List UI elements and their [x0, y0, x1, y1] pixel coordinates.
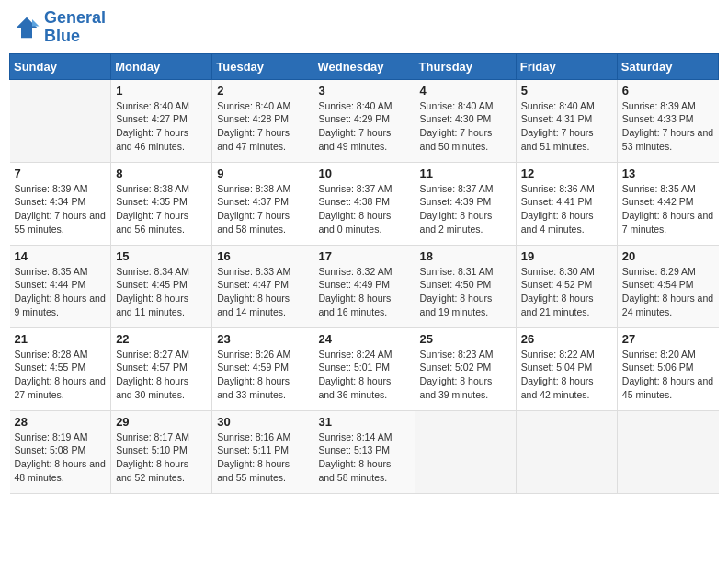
day-info: Sunrise: 8:38 AMSunset: 4:37 PMDaylight:… [217, 182, 308, 236]
logo: General Blue [13, 9, 106, 46]
day-number: 14 [15, 249, 107, 263]
day-info: Sunrise: 8:35 AMSunset: 4:42 PMDaylight:… [622, 182, 714, 236]
day-number: 15 [116, 249, 207, 263]
day-number: 5 [521, 84, 612, 98]
calendar-cell: 28Sunrise: 8:19 AMSunset: 5:08 PMDayligh… [10, 410, 111, 493]
day-header-wednesday: Wednesday [313, 53, 415, 79]
calendar-cell: 26Sunrise: 8:22 AMSunset: 5:04 PMDayligh… [516, 327, 617, 410]
day-header-sunday: Sunday [10, 53, 111, 79]
calendar-cell: 16Sunrise: 8:33 AMSunset: 4:47 PMDayligh… [212, 245, 313, 327]
calendar-cell: 30Sunrise: 8:16 AMSunset: 5:11 PMDayligh… [212, 410, 313, 493]
day-header-saturday: Saturday [617, 53, 718, 79]
calendar-cell: 15Sunrise: 8:34 AMSunset: 4:45 PMDayligh… [111, 245, 212, 327]
day-info: Sunrise: 8:40 AMSunset: 4:29 PMDaylight:… [318, 99, 409, 154]
day-info: Sunrise: 8:38 AMSunset: 4:35 PMDaylight:… [116, 182, 207, 236]
day-info: Sunrise: 8:27 AMSunset: 4:57 PMDaylight:… [116, 348, 207, 402]
calendar-cell: 5Sunrise: 8:40 AMSunset: 4:31 PMDaylight… [516, 79, 617, 162]
day-number: 21 [15, 332, 107, 346]
day-number: 30 [217, 415, 308, 429]
days-header-row: SundayMondayTuesdayWednesdayThursdayFrid… [10, 53, 719, 79]
week-row-3: 14Sunrise: 8:35 AMSunset: 4:44 PMDayligh… [10, 245, 719, 327]
day-number: 3 [318, 84, 409, 98]
day-info: Sunrise: 8:40 AMSunset: 4:30 PMDaylight:… [420, 99, 511, 154]
calendar-cell: 13Sunrise: 8:35 AMSunset: 4:42 PMDayligh… [617, 162, 718, 245]
day-header-monday: Monday [111, 53, 212, 79]
day-number: 27 [622, 332, 714, 346]
calendar-table: SundayMondayTuesdayWednesdayThursdayFrid… [9, 53, 719, 494]
calendar-cell: 1Sunrise: 8:40 AMSunset: 4:27 PMDaylight… [111, 79, 212, 162]
page-header: General Blue [9, 9, 719, 46]
day-number: 13 [622, 167, 714, 180]
calendar-cell: 10Sunrise: 8:37 AMSunset: 4:38 PMDayligh… [313, 162, 415, 245]
day-number: 9 [217, 167, 308, 180]
day-number: 17 [318, 249, 409, 263]
day-number: 29 [116, 415, 207, 429]
day-number: 18 [420, 249, 511, 263]
svg-marker-1 [32, 19, 40, 27]
logo-icon [13, 14, 40, 41]
calendar-cell [415, 410, 516, 493]
day-number: 12 [521, 167, 612, 180]
day-number: 6 [622, 84, 714, 98]
calendar-cell: 9Sunrise: 8:38 AMSunset: 4:37 PMDaylight… [212, 162, 313, 245]
calendar-cell: 22Sunrise: 8:27 AMSunset: 4:57 PMDayligh… [111, 327, 212, 410]
day-info: Sunrise: 8:31 AMSunset: 4:50 PMDaylight:… [420, 265, 511, 319]
calendar-cell: 6Sunrise: 8:39 AMSunset: 4:33 PMDaylight… [617, 79, 718, 162]
day-number: 28 [15, 415, 107, 429]
day-info: Sunrise: 8:33 AMSunset: 4:47 PMDaylight:… [217, 265, 308, 319]
day-number: 16 [217, 249, 308, 263]
day-info: Sunrise: 8:28 AMSunset: 4:55 PMDaylight:… [15, 348, 107, 402]
svg-marker-0 [17, 17, 38, 39]
calendar-cell: 8Sunrise: 8:38 AMSunset: 4:35 PMDaylight… [111, 162, 212, 245]
calendar-cell: 7Sunrise: 8:39 AMSunset: 4:34 PMDaylight… [10, 162, 111, 245]
calendar-cell: 27Sunrise: 8:20 AMSunset: 5:06 PMDayligh… [617, 327, 718, 410]
day-number: 22 [116, 332, 207, 346]
calendar-cell: 12Sunrise: 8:36 AMSunset: 4:41 PMDayligh… [516, 162, 617, 245]
day-number: 31 [318, 415, 409, 429]
calendar-cell: 18Sunrise: 8:31 AMSunset: 4:50 PMDayligh… [415, 245, 516, 327]
calendar-cell: 2Sunrise: 8:40 AMSunset: 4:28 PMDaylight… [212, 79, 313, 162]
day-info: Sunrise: 8:16 AMSunset: 5:11 PMDaylight:… [217, 431, 308, 485]
calendar-cell [617, 410, 718, 493]
calendar-cell [516, 410, 617, 493]
week-row-4: 21Sunrise: 8:28 AMSunset: 4:55 PMDayligh… [10, 327, 719, 410]
day-header-friday: Friday [516, 53, 617, 79]
calendar-cell: 11Sunrise: 8:37 AMSunset: 4:39 PMDayligh… [415, 162, 516, 245]
calendar-cell: 29Sunrise: 8:17 AMSunset: 5:10 PMDayligh… [111, 410, 212, 493]
day-number: 8 [116, 167, 207, 180]
calendar-cell: 24Sunrise: 8:24 AMSunset: 5:01 PMDayligh… [313, 327, 415, 410]
day-header-tuesday: Tuesday [212, 53, 313, 79]
day-info: Sunrise: 8:40 AMSunset: 4:28 PMDaylight:… [217, 99, 308, 154]
day-info: Sunrise: 8:26 AMSunset: 4:59 PMDaylight:… [217, 348, 308, 402]
day-info: Sunrise: 8:40 AMSunset: 4:31 PMDaylight:… [521, 99, 612, 154]
day-number: 26 [521, 332, 612, 346]
week-row-1: 1Sunrise: 8:40 AMSunset: 4:27 PMDaylight… [10, 79, 719, 162]
day-number: 24 [318, 332, 409, 346]
calendar-cell: 21Sunrise: 8:28 AMSunset: 4:55 PMDayligh… [10, 327, 111, 410]
calendar-cell: 14Sunrise: 8:35 AMSunset: 4:44 PMDayligh… [10, 245, 111, 327]
day-info: Sunrise: 8:39 AMSunset: 4:34 PMDaylight:… [15, 182, 107, 236]
calendar-cell: 25Sunrise: 8:23 AMSunset: 5:02 PMDayligh… [415, 327, 516, 410]
day-info: Sunrise: 8:36 AMSunset: 4:41 PMDaylight:… [521, 182, 612, 236]
day-number: 11 [420, 167, 511, 180]
day-info: Sunrise: 8:35 AMSunset: 4:44 PMDaylight:… [15, 265, 107, 319]
day-info: Sunrise: 8:14 AMSunset: 5:13 PMDaylight:… [318, 431, 409, 485]
day-number: 4 [420, 84, 511, 98]
calendar-cell: 19Sunrise: 8:30 AMSunset: 4:52 PMDayligh… [516, 245, 617, 327]
day-info: Sunrise: 8:34 AMSunset: 4:45 PMDaylight:… [116, 265, 207, 319]
day-info: Sunrise: 8:17 AMSunset: 5:10 PMDaylight:… [116, 431, 207, 485]
day-number: 25 [420, 332, 511, 346]
day-info: Sunrise: 8:40 AMSunset: 4:27 PMDaylight:… [116, 99, 207, 154]
day-info: Sunrise: 8:24 AMSunset: 5:01 PMDaylight:… [318, 348, 409, 402]
calendar-cell: 4Sunrise: 8:40 AMSunset: 4:30 PMDaylight… [415, 79, 516, 162]
calendar-cell: 31Sunrise: 8:14 AMSunset: 5:13 PMDayligh… [313, 410, 415, 493]
week-row-5: 28Sunrise: 8:19 AMSunset: 5:08 PMDayligh… [10, 410, 719, 493]
day-info: Sunrise: 8:30 AMSunset: 4:52 PMDaylight:… [521, 265, 612, 319]
day-info: Sunrise: 8:23 AMSunset: 5:02 PMDaylight:… [420, 348, 511, 402]
day-number: 10 [318, 167, 409, 180]
day-info: Sunrise: 8:22 AMSunset: 5:04 PMDaylight:… [521, 348, 612, 402]
calendar-cell: 20Sunrise: 8:29 AMSunset: 4:54 PMDayligh… [617, 245, 718, 327]
day-number: 1 [116, 84, 207, 98]
day-info: Sunrise: 8:32 AMSunset: 4:49 PMDaylight:… [318, 265, 409, 319]
week-row-2: 7Sunrise: 8:39 AMSunset: 4:34 PMDaylight… [10, 162, 719, 245]
